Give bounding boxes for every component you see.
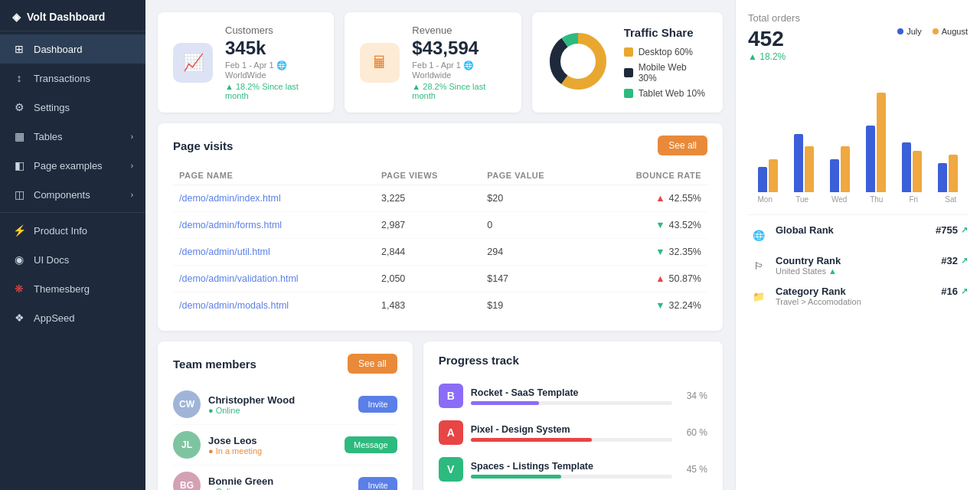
arrow-icon: › bbox=[131, 132, 133, 141]
bar-july bbox=[830, 159, 839, 192]
sidebar-item-label: Themesberg bbox=[34, 283, 133, 295]
team-member-item: CW Christopher Wood ● Online Invite bbox=[173, 384, 397, 425]
page-views: 2,050 bbox=[375, 266, 481, 292]
legend-july: July bbox=[897, 27, 922, 36]
team-see-all[interactable]: See all bbox=[348, 354, 397, 374]
sidebar-item-label: UI Docs bbox=[34, 254, 133, 266]
up-arrow-icon: ▲ bbox=[655, 273, 665, 284]
member-action-button[interactable]: Invite bbox=[358, 396, 397, 413]
dashboard-icon: ⊞ bbox=[12, 42, 26, 56]
logo-text: Volt Dashboard bbox=[27, 11, 105, 23]
page-visits-see-all[interactable]: See all bbox=[658, 136, 707, 155]
tablet-dot bbox=[624, 89, 633, 98]
bar-day-label: Thu bbox=[860, 195, 894, 204]
bounce-rate: ▲ 42.55% bbox=[588, 185, 707, 212]
member-action-button[interactable]: Message bbox=[345, 436, 397, 453]
progress-bar-wrap bbox=[471, 401, 672, 405]
global-rank-info: Global Rank bbox=[776, 224, 929, 236]
bar-group bbox=[787, 93, 820, 192]
stat-cards-row: 📈 Customers 345k Feb 1 - Apr 1 🌐 WorldWi… bbox=[158, 12, 723, 113]
global-rank-label: Global Rank bbox=[776, 224, 929, 236]
category-rank-info: Category Rank Travel > Accomodation bbox=[776, 286, 935, 306]
page-visits-header: Page visits See all bbox=[173, 136, 707, 155]
sidebar-item-components[interactable]: ◫ Components › bbox=[0, 180, 145, 209]
main-content: 📈 Customers 345k Feb 1 - Apr 1 🌐 WorldWi… bbox=[145, 0, 980, 490]
table-row: /demo/admin/validation.html 2,050 $147 ▲… bbox=[173, 266, 707, 292]
sidebar-item-label: Transactions bbox=[34, 73, 133, 84]
sidebar-item-ui-docs[interactable]: ◉ UI Docs bbox=[0, 245, 145, 274]
sidebar-item-tables[interactable]: ▦ Tables › bbox=[0, 122, 145, 151]
sidebar-divider bbox=[0, 212, 145, 213]
member-status: ● Online bbox=[208, 487, 351, 491]
col-bounce-rate: BOUNCE RATE bbox=[588, 166, 707, 185]
bar-july bbox=[758, 167, 767, 192]
progress-name: Rocket - SaaS Template bbox=[471, 387, 672, 398]
member-name: Christopher Wood bbox=[208, 394, 351, 406]
august-label: August bbox=[942, 27, 968, 36]
page-name: /demo/admin/modals.html bbox=[173, 292, 375, 319]
progress-info: Spaces - Listings Template bbox=[471, 461, 672, 479]
progress-title: Progress track bbox=[439, 354, 519, 367]
country-rank-icon: 🏳 bbox=[748, 255, 769, 276]
sidebar-item-themesberg[interactable]: ❋ Themesberg bbox=[0, 274, 145, 303]
category-rank-icon: 📁 bbox=[748, 286, 769, 307]
arrow-icon: › bbox=[131, 162, 133, 170]
bar-august bbox=[877, 93, 886, 192]
bar-july bbox=[938, 163, 947, 192]
member-info: Jose Leos ● In a meeting bbox=[208, 435, 337, 456]
progress-list: B Rocket - SaaS Template 34 % A Pixel - … bbox=[439, 377, 707, 488]
progress-name: Pixel - Design System bbox=[471, 424, 672, 435]
bar-august bbox=[913, 151, 922, 192]
member-status: ● Online bbox=[208, 406, 351, 415]
sidebar-item-label: Settings bbox=[34, 102, 133, 113]
sidebar-item-product-info[interactable]: ⚡ Product Info bbox=[0, 216, 145, 245]
page-name: /demo/admin/util.html bbox=[173, 239, 375, 266]
table-row: /demo/admin/modals.html 1,483 $19 ▼ 32.2… bbox=[173, 292, 707, 319]
appseed-icon: ❖ bbox=[12, 311, 26, 325]
revenue-info: Revenue $43,594 Feb 1 - Apr 1 🌐 Worldwid… bbox=[412, 24, 505, 100]
team-member-item: BG Bonnie Green ● Online Invite bbox=[173, 466, 397, 490]
sidebar-item-transactions[interactable]: ↕ Transactions bbox=[0, 64, 145, 93]
customers-label: Customers bbox=[225, 24, 318, 36]
traffic-legend: Desktop 60% Mobile Web 30% Tablet Web 10… bbox=[624, 47, 707, 99]
bar-day-label: Fri bbox=[897, 195, 931, 204]
progress-item: B Rocket - SaaS Template 34 % bbox=[439, 377, 707, 414]
customers-value: 345k bbox=[225, 38, 318, 59]
july-label: July bbox=[906, 27, 922, 36]
sidebar-item-settings[interactable]: ⚙ Settings bbox=[0, 93, 145, 122]
customers-date: Feb 1 - Apr 1 🌐 WorldWide bbox=[225, 60, 318, 80]
traffic-share-card: Traffic Share Desktop 60% Mobile Web 30% bbox=[532, 12, 723, 113]
col-page-views: PAGE VIEWS bbox=[375, 166, 481, 185]
member-action-button[interactable]: Invite bbox=[358, 477, 397, 490]
rank-section: 🌐 Global Rank #755 ↗ 🏳 Country Rank bbox=[748, 214, 968, 307]
bar-day-label: Sat bbox=[934, 195, 969, 204]
total-orders-label: Total orders bbox=[748, 12, 968, 24]
bar-august bbox=[841, 146, 850, 192]
page-visits-body: /demo/admin/index.html 3,225 $20 ▲ 42.55… bbox=[173, 185, 707, 319]
legend-desktop: Desktop 60% bbox=[624, 47, 707, 57]
sidebar-item-appseed[interactable]: ❖ AppSeed bbox=[0, 303, 145, 332]
august-dot bbox=[933, 28, 939, 34]
revenue-card: 🖩 Revenue $43,594 Feb 1 - Apr 1 🌐 Worldw… bbox=[345, 12, 521, 113]
sidebar-item-label: Page examples bbox=[34, 160, 123, 172]
bounce-rate: ▼ 32.24% bbox=[588, 292, 707, 319]
traffic-title: Traffic Share bbox=[624, 26, 707, 39]
progress-pct: 45 % bbox=[680, 464, 707, 475]
progress-header: Progress track bbox=[439, 354, 707, 367]
traffic-info: Traffic Share Desktop 60% Mobile Web 30% bbox=[624, 26, 707, 99]
total-orders-value: 452 bbox=[748, 27, 786, 51]
donut-chart bbox=[547, 31, 609, 92]
progress-info: Rocket - SaaS Template bbox=[471, 387, 672, 405]
revenue-date: Feb 1 - Apr 1 🌐 Worldwide bbox=[412, 60, 505, 80]
sidebar-item-dashboard[interactable]: ⊞ Dashboard bbox=[0, 34, 145, 64]
col-page-value: PAGE VALUE bbox=[481, 166, 588, 185]
ui-docs-icon: ◉ bbox=[12, 253, 26, 266]
revenue-label: Revenue bbox=[412, 24, 505, 36]
page-value: $147 bbox=[481, 266, 588, 292]
team-title: Team members bbox=[173, 358, 256, 371]
country-rank-item: 🏳 Country Rank United States ▲ #32 ↗ bbox=[748, 255, 968, 276]
progress-bar-wrap bbox=[471, 438, 672, 442]
team-members-card: Team members See all CW Christopher Wood… bbox=[158, 341, 413, 490]
sidebar-item-page-examples[interactable]: ◧ Page examples › bbox=[0, 151, 145, 180]
center-panel: 📈 Customers 345k Feb 1 - Apr 1 🌐 WorldWi… bbox=[145, 0, 735, 490]
